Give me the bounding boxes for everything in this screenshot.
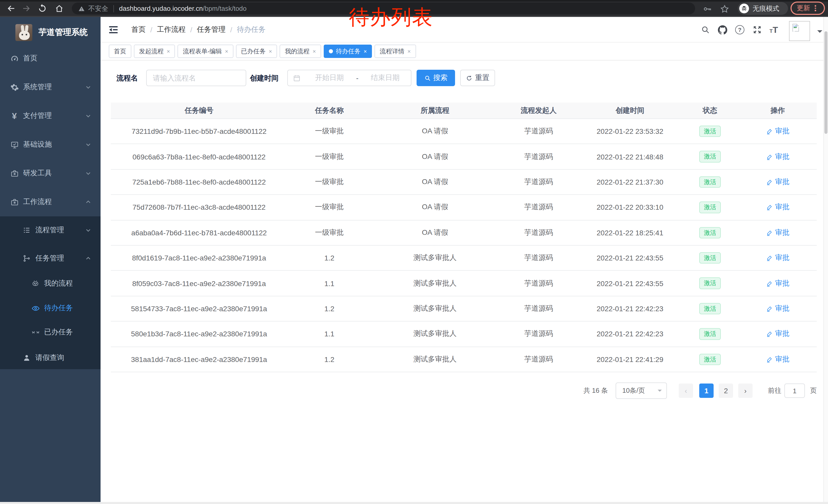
approve-link[interactable]: 审批 xyxy=(766,304,790,313)
star-icon[interactable] xyxy=(720,4,730,14)
close-tab-icon[interactable]: × xyxy=(225,48,228,54)
reset-button[interactable]: 重置 xyxy=(460,70,495,86)
url-path: /bpm/task/todo xyxy=(203,5,247,12)
close-tab-icon[interactable]: × xyxy=(269,48,272,54)
not-secure-label[interactable]: 不安全 xyxy=(88,4,108,13)
update-button[interactable]: 更新 xyxy=(791,2,825,15)
cell-action: 审批 xyxy=(739,170,817,194)
sidebar-item-infra[interactable]: 基础设施 xyxy=(0,130,100,159)
sidebar-item-leave-query[interactable]: 请假查询 xyxy=(0,345,100,371)
cell-status: 激活 xyxy=(681,296,739,321)
cell-task-name: 1.2 xyxy=(287,245,371,270)
approve-link[interactable]: 审批 xyxy=(766,127,790,136)
search-button[interactable]: 搜索 xyxy=(417,70,455,86)
close-tab-icon[interactable]: × xyxy=(407,48,411,54)
approve-link[interactable]: 审批 xyxy=(766,329,790,339)
font-size-icon[interactable]: TT xyxy=(770,26,778,34)
cell-task-name: 1.1 xyxy=(287,321,371,346)
approve-link[interactable]: 审批 xyxy=(766,177,790,187)
browser-forward-icon[interactable] xyxy=(22,4,31,13)
browser-back-icon[interactable] xyxy=(6,4,16,13)
incognito-icon xyxy=(739,4,749,13)
url-text[interactable]: dashboard.yudao.iocoder.cn/bpm/task/todo xyxy=(119,5,247,12)
avatar[interactable] xyxy=(789,21,810,41)
top-navbar: 首页 / 工作流程 / 任务管理 / 待办任务 ? TT xyxy=(100,17,828,43)
sidebar-item-label: 已办任务 xyxy=(44,328,73,337)
tab-process-detail[interactable]: 流程详情× xyxy=(374,45,416,58)
sidebar-item-my-process[interactable]: 我的流程 xyxy=(0,272,100,295)
tab-my-process[interactable]: 我的流程× xyxy=(280,45,321,58)
table-row: 580e1b3d-7ac8-11ec-a9e2-a2380e71991a 1.1… xyxy=(111,321,817,347)
pencil-icon xyxy=(766,178,773,186)
help-icon[interactable]: ? xyxy=(735,25,744,34)
process-name-input[interactable] xyxy=(146,70,246,86)
pencil-icon xyxy=(766,280,773,287)
sidebar: 芋道管理系统 首页 系统管理 ¥ 支付管理 基础设施 研发工具 工作 xyxy=(0,17,100,504)
fullscreen-icon[interactable] xyxy=(753,25,762,34)
tab-start-process[interactable]: 发起流程× xyxy=(134,45,175,58)
status-badge: 激活 xyxy=(699,227,721,238)
tab-done-tasks[interactable]: 已办任务× xyxy=(236,45,277,58)
browser-reload-icon[interactable] xyxy=(37,4,47,13)
col-action: 操作 xyxy=(739,102,817,119)
scrollbar-thumb[interactable] xyxy=(824,31,827,134)
gear-icon xyxy=(8,83,20,92)
close-tab-icon[interactable]: × xyxy=(313,48,316,54)
tab-form-edit[interactable]: 流程表单-编辑× xyxy=(178,45,234,58)
sidebar-item-devtools[interactable]: 研发工具 xyxy=(0,159,100,188)
approve-link[interactable]: 审批 xyxy=(766,203,790,212)
collapse-sidebar-icon[interactable] xyxy=(108,24,119,35)
approve-link[interactable]: 审批 xyxy=(766,152,790,161)
avatar-caret-icon[interactable] xyxy=(817,30,822,35)
approve-link[interactable]: 审批 xyxy=(766,253,790,263)
breadcrumb: 首页 / 工作流程 / 任务管理 / 待办任务 xyxy=(131,17,265,43)
sidebar-item-label: 我的流程 xyxy=(44,279,73,288)
cell-action: 审批 xyxy=(739,220,817,245)
sidebar-item-task-mgmt[interactable]: 任务管理 xyxy=(0,245,100,271)
tab-home[interactable]: 首页 xyxy=(109,45,131,58)
calendar-icon xyxy=(293,74,301,82)
page-scrollbar[interactable] xyxy=(823,17,828,504)
approve-link[interactable]: 审批 xyxy=(766,279,790,288)
main-content: 流程名 创建时间 开始日期 - 结束日期 搜索 重置 任务编号 任务名称 所属流… xyxy=(100,60,824,504)
page-1-button[interactable]: 1 xyxy=(699,383,714,398)
date-range-input[interactable]: 开始日期 - 结束日期 xyxy=(287,70,411,86)
incognito-label: 无痕模式 xyxy=(753,4,779,13)
screenshot-root: 不安全 dashboard.yudao.iocoder.cn/bpm/task/… xyxy=(0,0,828,504)
cell-action: 审批 xyxy=(739,296,817,321)
kebab-menu-icon[interactable] xyxy=(815,5,816,11)
approve-link[interactable]: 审批 xyxy=(766,355,790,364)
breadcrumb-workflow[interactable]: 工作流程 xyxy=(157,25,186,34)
breadcrumb-home[interactable]: 首页 xyxy=(131,25,146,34)
browser-home-icon[interactable] xyxy=(54,4,64,13)
next-page-button[interactable]: › xyxy=(738,383,753,398)
cell-task-id: 580e1b3d-7ac8-11ec-a9e2-a2380e71991a xyxy=(111,321,287,346)
status-badge: 激活 xyxy=(699,151,721,163)
sidebar-item-done-tasks[interactable]: 已办任务 xyxy=(0,321,100,343)
breadcrumb-task-mgmt[interactable]: 任务管理 xyxy=(197,25,226,34)
chevron-down-icon xyxy=(85,113,91,119)
sidebar-item-payment[interactable]: ¥ 支付管理 xyxy=(0,101,100,130)
sidebar-item-process-mgmt[interactable]: 流程管理 xyxy=(0,217,100,243)
github-icon[interactable] xyxy=(718,25,728,35)
sidebar-item-todo-tasks[interactable]: 待办任务 xyxy=(0,297,100,319)
breadcrumb-current: 待办任务 xyxy=(237,25,265,34)
cell-task-id: 58154733-7ac8-11ec-a9e2-a2380e71991a xyxy=(111,296,287,321)
sidebar-item-workflow[interactable]: 工作流程 xyxy=(0,188,100,216)
goto-page-input[interactable] xyxy=(784,383,805,398)
page-2-button[interactable]: 2 xyxy=(719,383,733,398)
close-tab-icon[interactable]: × xyxy=(364,48,367,54)
sidebar-item-system[interactable]: 系统管理 xyxy=(0,73,100,101)
sidebar-item-home[interactable]: 首页 xyxy=(0,44,100,73)
cell-starter: 芋道源码 xyxy=(499,245,579,270)
page-size-select[interactable]: 10条/页 xyxy=(616,382,667,399)
approve-link[interactable]: 审批 xyxy=(766,228,790,237)
close-tab-icon[interactable]: × xyxy=(167,48,170,54)
search-icon[interactable] xyxy=(701,25,710,34)
cell-created-time: 2022-01-21 22:42:23 xyxy=(579,321,681,346)
tab-todo-tasks[interactable]: 待办任务× xyxy=(324,45,372,58)
pencil-icon xyxy=(766,128,773,135)
cell-status: 激活 xyxy=(681,144,739,169)
key-icon[interactable] xyxy=(703,4,713,14)
prev-page-button[interactable]: ‹ xyxy=(679,383,693,398)
